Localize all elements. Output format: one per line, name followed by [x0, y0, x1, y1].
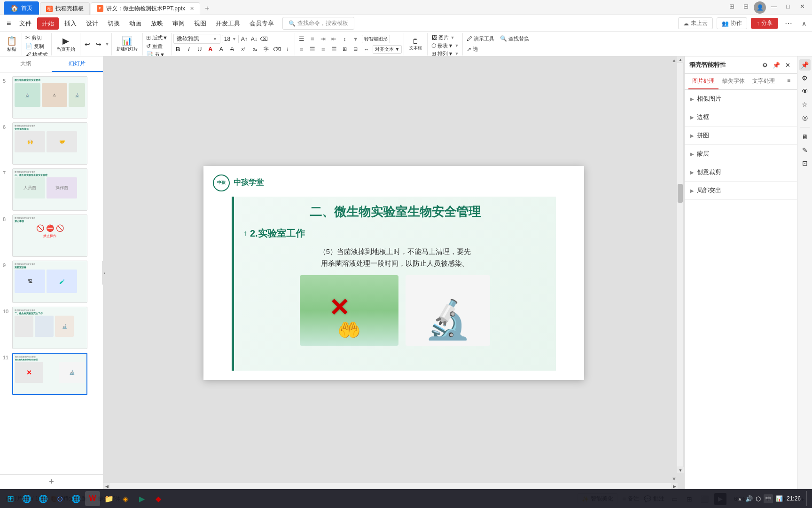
text-dir-btn[interactable]: ↔ — [362, 45, 371, 54]
indent-increase-btn[interactable]: ⇥ — [319, 35, 328, 43]
strikevar-btn[interactable]: ≀ — [283, 45, 293, 54]
taskbar-show-desktop[interactable] — [806, 491, 809, 506]
taskbar-browser2[interactable]: 🌐 — [69, 491, 84, 506]
arrange-btn[interactable]: ⊞ 排列▼ ▼ — [429, 50, 461, 57]
font-color-btn[interactable]: A — [206, 45, 215, 54]
menu-premium[interactable]: 会员专享 — [245, 17, 279, 30]
pin-icon[interactable]: 📌 — [772, 60, 781, 70]
hscroll-right-btn[interactable]: ▶ — [671, 483, 678, 490]
scroll-up-btn[interactable]: ▲ — [677, 56, 684, 63]
reset-btn[interactable]: ↺ 重置 — [145, 42, 169, 50]
slide-item-9[interactable]: 9 微生物实验室的安全要求 实验室设备 🏗 🧪 — [3, 261, 100, 303]
settings-icon[interactable]: ⚙ — [760, 60, 770, 70]
format-btn[interactable]: 🖌 格式式 — [24, 51, 49, 57]
eraser-btn[interactable]: ⌫ — [273, 45, 282, 54]
number-btn[interactable]: ≡ — [308, 35, 317, 43]
menu-transitions[interactable]: 切换 — [103, 17, 125, 30]
smart-art-btn[interactable]: 转智能图形 — [362, 35, 390, 43]
systray-sound[interactable]: 🔊 — [745, 495, 753, 502]
side-pin-btn[interactable]: 📌 — [799, 59, 811, 71]
horizontal-scrollbar[interactable]: ◀ ▶ — [103, 483, 678, 489]
side-monitor-btn[interactable]: 🖥 — [799, 131, 811, 143]
add-slide-btn[interactable]: + — [0, 474, 103, 489]
font-decrease-btn[interactable]: A↓ — [250, 35, 258, 43]
font-name-dropdown[interactable]: 微软雅黑 ▼ — [173, 34, 220, 44]
share-btn[interactable]: ↑分享 — [751, 18, 778, 29]
col-add-btn[interactable]: ⊞ — [340, 45, 350, 54]
tab-text-processing[interactable]: 文字处理 — [749, 74, 779, 89]
find-replace-btn[interactable]: 🔍 查找替换 — [498, 35, 531, 43]
hscroll-left-btn[interactable]: ◀ — [103, 483, 110, 490]
section-collage-header[interactable]: ▶ 拼图 — [685, 127, 797, 144]
cut-btn[interactable]: ✂ 剪切 — [24, 34, 49, 42]
menu-slideshow[interactable]: 放映 — [146, 17, 168, 30]
menu-file[interactable]: 文件 — [15, 17, 36, 30]
side-eye-btn[interactable]: 👁 — [799, 86, 811, 97]
collapse-ribbon-btn[interactable]: ∧ — [799, 18, 809, 29]
image-btn[interactable]: 🖼 图片 ▼ — [429, 34, 456, 42]
justify-btn[interactable]: ☰ — [329, 45, 339, 54]
collapse-panel-btn[interactable]: ‹ — [102, 261, 108, 285]
slide-item-10[interactable]: 10 微生物实验室的安全要求 二、微生物实验室安全工作 🔬 — [3, 307, 100, 349]
slide-item-8[interactable]: 8 微生物实验室的安全要求 禁止事项 🚫 ⛔ 🚫 禁止操作 — [3, 214, 100, 257]
taskbar-browser-edge[interactable]: 🌐 — [19, 491, 34, 506]
user-avatar[interactable]: 👤 — [754, 1, 766, 14]
layout-btn[interactable]: ⊞ 版式▼ — [145, 34, 169, 42]
redo-btn[interactable]: ↪ — [94, 39, 104, 49]
italic-btn[interactable]: I — [184, 45, 194, 54]
scroll-down-btn[interactable]: ▼ — [677, 467, 684, 473]
hscroll-track[interactable] — [110, 483, 671, 490]
section-layers-header[interactable]: ▶ 蒙层 — [685, 145, 797, 163]
tab-add[interactable]: + — [201, 2, 213, 15]
highlight-btn[interactable]: A — [217, 45, 226, 54]
bullet-btn[interactable]: ☰ — [297, 35, 306, 43]
superscript-btn[interactable]: x² — [238, 45, 249, 54]
line-spacing-btn[interactable]: ↕ — [340, 35, 350, 43]
taskbar-wps2[interactable]: ▶ — [134, 491, 149, 506]
systray-bar-icon[interactable]: 📊 — [776, 495, 783, 502]
scroll-indicator-down[interactable]: ▼ — [671, 476, 677, 482]
vertical-scrollbar[interactable]: ▲ ▼ — [677, 56, 683, 473]
subscript-btn[interactable]: x₂ — [250, 45, 260, 54]
systray-ime-cn[interactable]: 中 — [764, 494, 773, 503]
systray-network[interactable]: ⬡ — [756, 495, 761, 502]
font-increase-btn[interactable]: A↑ — [240, 35, 249, 43]
scroll-track[interactable] — [677, 63, 683, 467]
copy-btn[interactable]: 📄 复制 — [24, 42, 49, 50]
window-grid-icon[interactable]: ⊟ — [740, 1, 752, 12]
more-undo-icon[interactable]: ▼ — [105, 41, 109, 47]
current-page-btn[interactable]: ▶ 当页开始 — [55, 35, 77, 54]
menu-start[interactable]: 开始 — [37, 17, 59, 30]
not-uploaded-btn[interactable]: ☁未上云 — [678, 17, 713, 29]
menu-animations[interactable]: 动画 — [125, 17, 146, 30]
tab-close-icon[interactable]: ✕ — [190, 6, 194, 12]
tab-template[interactable]: 稻 找稻壳模板 — [40, 2, 90, 15]
taskbar-file-mgr[interactable]: 📁 — [102, 491, 117, 506]
align-text-btn[interactable]: 对齐文本 ▼ — [373, 45, 402, 54]
taskbar-windows-btn[interactable]: ⊞ — [3, 491, 18, 506]
tab-image-processing[interactable]: 图片处理 — [688, 74, 718, 89]
tab-presentation[interactable]: P 讲义：微生物检测技术PPT.pptx ✕ — [91, 2, 200, 15]
systray-arrow[interactable]: ▲ — [737, 496, 742, 501]
tab-home[interactable]: 🏠 首页 — [4, 1, 39, 15]
side-star-btn[interactable]: ☆ — [799, 99, 811, 110]
side-edit-btn[interactable]: ✎ — [799, 144, 811, 156]
maximize-button[interactable]: □ — [782, 1, 794, 12]
more-menu-btn[interactable]: ⋯ — [782, 17, 795, 29]
shapes-btn[interactable]: ⬡ 形状▼ ▼ — [429, 42, 461, 50]
underline-btn[interactable]: U — [195, 45, 204, 54]
align-right-btn[interactable]: ≡ — [319, 45, 328, 54]
taskbar-app1[interactable]: ◈ — [118, 491, 133, 506]
bold-btn[interactable]: B — [173, 45, 183, 54]
section-btn[interactable]: 📑 节▼ — [145, 51, 169, 57]
window-layouts-icon[interactable]: ⊞ — [726, 1, 738, 12]
section-local-highlight-header[interactable]: ▶ 局部突出 — [685, 182, 797, 199]
menu-design[interactable]: 设计 — [81, 17, 103, 30]
menu-view[interactable]: 视图 — [189, 17, 211, 30]
align-center-btn[interactable]: ☰ — [308, 45, 317, 54]
close-button[interactable]: ✕ — [796, 1, 808, 12]
collaborate-btn[interactable]: 👥协作 — [717, 17, 747, 29]
paste-btn[interactable]: 📋 粘贴 — [5, 35, 19, 54]
font-clear-btn[interactable]: ⌫ — [260, 35, 268, 43]
pres-tools-btn[interactable]: 🖊 演示工具 — [465, 35, 496, 43]
